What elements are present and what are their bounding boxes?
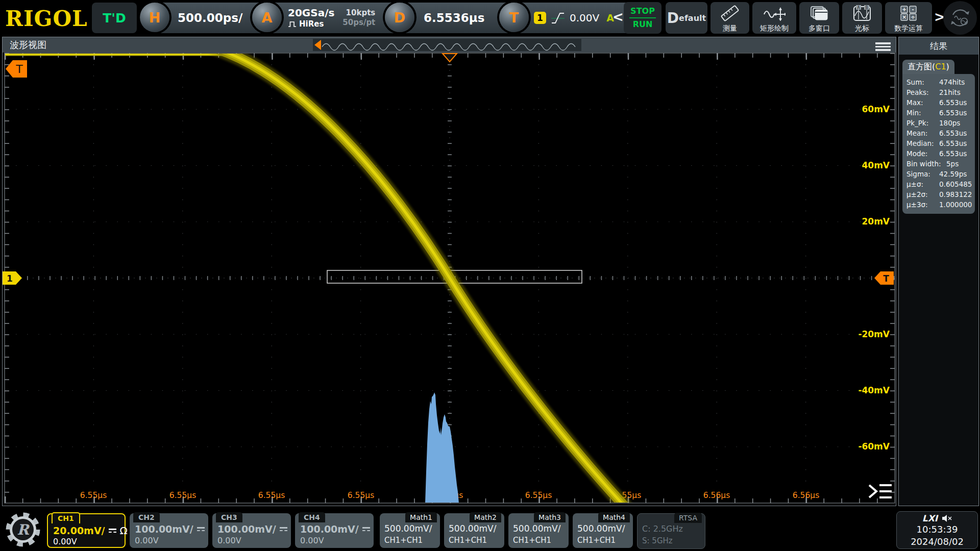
svg-text:6.56µs: 6.56µs [793,491,819,500]
stat-row: Sum:474hits [906,77,972,87]
math-box-math1[interactable]: Math1 500.00mV/ CH1+CH1 [380,513,440,548]
svg-text:60mV: 60mV [862,104,890,114]
trigger-level-marker[interactable]: T [874,271,894,285]
trigger-knob[interactable]: T [499,3,529,32]
gear-icon: R [4,510,42,549]
svg-text:-60mV: -60mV [858,441,890,452]
results-panel: 结果 直方图(C1) Sum:474hits Peaks:21hits Max:… [898,37,979,506]
stat-row: Mode:6.553us [906,148,972,159]
rtsa-box[interactable]: RTSA C: 2.5GHz S: 5GHz [637,513,705,549]
ruler-icon [720,2,740,24]
svg-text:6.55µs: 6.55µs [525,491,552,500]
svg-text:T: T [883,273,889,284]
math-button[interactable]: +- ×÷ 数学运算 [885,2,932,34]
svg-text:R: R [17,521,30,538]
stat-row: Pk_Pk:180ps [906,118,972,128]
svg-text:6.55µs: 6.55µs [348,491,374,500]
circular-arrows-icon [947,5,973,31]
svg-text:40mV: 40mV [862,160,890,170]
run-stop-button[interactable]: STOP RUN [624,2,662,34]
math-operations-icon: +- ×÷ [899,2,918,24]
dc-coupling-icon [197,527,205,531]
trigger-control[interactable]: 1 0.00V A T [499,3,610,33]
delay-knob[interactable]: D [385,3,414,32]
waveform-title: 波形视图 [10,39,46,51]
acquisition-control[interactable]: 20GSa/s HiRes 10kpts 50ps/pt A [252,3,381,33]
waveform-overview-strip[interactable] [313,39,581,51]
channel-box-ch4[interactable]: CH4 100.00mV/ 0.00V [295,513,374,548]
hires-wave-icon [288,21,297,28]
dc-coupling-icon [280,527,287,531]
histogram-card-tab[interactable]: 直方图(C1) [902,60,954,74]
svg-text:-20mV: -20mV [858,329,890,339]
impedance-symbol: Ω [120,524,128,537]
stat-row: Peaks:21hits [906,87,972,97]
channel-box-ch2[interactable]: CH2 100.00mV/ 0.00V [130,513,208,548]
svg-text:6.56µs: 6.56µs [703,491,730,500]
svg-text:A: A [857,5,860,10]
rigol-logo: RIGOL [5,6,88,31]
stat-row: Sigma:42.59ps [906,169,972,179]
window-menu-icon[interactable] [875,41,891,53]
channel-status-bar: R CH1 20.00mV/ Ω 0.00V CH2 100.00mV/ 0.0… [0,509,980,551]
stat-row: Bin width:5ps [906,159,972,169]
svg-text:6.55µs: 6.55µs [258,491,285,500]
default-button[interactable]: Default [666,2,707,34]
math-box-math4[interactable]: Math4 500.00mV/ CH1+CH1 [573,513,633,548]
delay-control[interactable]: 6.5536µs D [385,3,493,33]
stat-row: μ±2σ:0.983122 [906,189,972,199]
collapse-toolbar-arrow[interactable]: < [612,9,624,24]
multi-window-button[interactable]: 多窗口 [799,2,839,34]
acquire-knob[interactable]: A [252,3,282,32]
system-time: 10:53:39 [897,523,977,536]
svg-text:20mV: 20mV [862,216,890,227]
svg-text:-: - [912,6,914,13]
acquisition-info[interactable]: 20GSa/s HiRes 10kpts 50ps/pt [265,3,403,33]
stat-row: μ±3σ:1.000000 [906,199,972,210]
stat-row: μ±σ:0.605485 [906,179,972,189]
ch1-level-marker[interactable]: 1 [3,271,22,285]
channel-box-ch1[interactable]: CH1 20.00mV/ Ω 0.00V [47,513,126,548]
dc-coupling-icon [362,527,370,531]
graticule-plot: 60mV 40mV 20mV -20mV -40mV -60mV 6.55µs … [3,52,896,506]
top-toolbar: RIGOL T'D 500.00ps/ H 20GSa/s HiRes [0,0,980,36]
system-date: 2024/08/02 [897,536,977,548]
stat-row: Median:6.553us [906,138,972,148]
expand-menu-icon[interactable] [869,485,892,497]
horizontal-knob[interactable]: H [140,3,169,32]
svg-text:÷: ÷ [911,14,915,20]
cursor-ab-icon: A B [852,2,872,24]
horizontal-timebase-control[interactable]: 500.00ps/ H [140,3,245,33]
trigger-time-marker[interactable]: T [6,60,27,78]
math-box-math3[interactable]: Math3 500.00mV/ CH1+CH1 [508,513,569,548]
svg-text:B: B [865,5,868,10]
system-status-box[interactable]: LXI 10:53:39 2024/08/02 [896,511,978,549]
svg-text:+: + [902,6,906,13]
rigol-gear-button[interactable]: R [4,510,42,549]
histogram-stats: Sum:474hits Peaks:21hits Max:6.553us Min… [902,74,975,214]
trigger-slope-icon [550,10,566,26]
speaker-muted-icon [942,514,952,522]
results-header: 结果 [899,37,978,55]
svg-text:×: × [902,14,906,20]
waveform-refresh-logo-button[interactable] [943,1,977,35]
trigger-status-indicator: T'D [92,3,137,33]
measure-button[interactable]: 测量 [710,2,749,34]
histogram-result-card[interactable]: 直方图(C1) Sum:474hits Peaks:21hits Max:6.5… [902,60,975,214]
channel-box-ch3[interactable]: CH3 100.00mV/ 0.00V [212,513,291,548]
rect-draw-button[interactable]: 矩形绘制 [752,2,796,34]
svg-text:-40mV: -40mV [858,385,890,395]
svg-text:1: 1 [7,273,13,284]
cursor-button[interactable]: A B 光标 [842,2,882,34]
stat-row: Max:6.553us [906,97,972,108]
waveform-window: 波形视图 [2,37,896,506]
trigger-position-marker[interactable] [443,54,457,62]
time-histogram [425,392,459,503]
lxi-badge: LXI [922,513,938,523]
stacked-windows-icon [810,2,829,24]
dc-coupling-icon [109,529,116,533]
stat-row: Mean:6.553us [906,128,972,138]
stat-row: Min:6.553us [906,108,972,118]
trigger-level-value: 0.00V [570,12,599,24]
math-box-math2[interactable]: Math2 500.00mV/ CH1+CH1 [444,513,504,548]
